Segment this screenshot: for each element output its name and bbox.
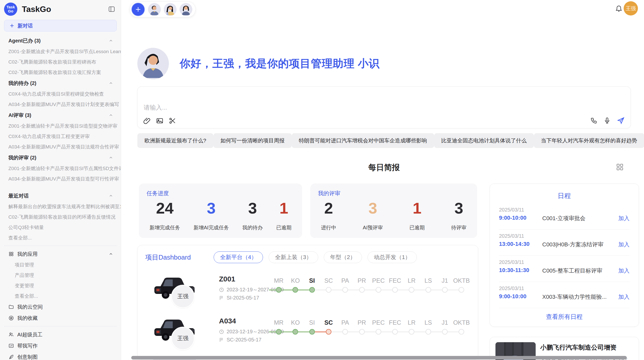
project-row[interactable]: 王强 Z001 2023-12-19～2027-01-19 SI-2025-05… (138, 274, 478, 316)
sidebar-section-header[interactable]: 最近对话 (0, 190, 121, 201)
sidebar-section-header[interactable]: AI评审 (3) (0, 110, 121, 121)
sidebar-item[interactable]: C0X4-动力总成开发项目工程变更评审 (0, 131, 121, 142)
sidebar-item[interactable]: 公司Q3轻卡销量 (0, 222, 121, 233)
conversation-avatar-pill (130, 2, 196, 17)
milestone-node[interactable] (309, 287, 315, 293)
milestone-node[interactable] (376, 329, 381, 335)
milestone-node[interactable] (359, 287, 365, 293)
attachment-icon[interactable] (143, 117, 151, 125)
dashboard-filter-chip[interactable]: 全新上装（3） (269, 251, 318, 263)
milestone-node[interactable] (292, 329, 298, 335)
sidebar-section-header[interactable]: 我的评审 (2) (0, 152, 121, 163)
join-link[interactable]: 加入 (618, 215, 630, 222)
milestone-node[interactable] (442, 287, 448, 293)
sidebar-item[interactable]: C02-飞腾新能源轻客改款项目里程碑画布 (0, 57, 121, 67)
agent-avatar-1[interactable] (148, 3, 161, 16)
user-avatar[interactable]: 王强 (624, 1, 638, 16)
join-link[interactable]: 加入 (618, 293, 630, 301)
sidebar-tool-image[interactable]: 帮我写作 (0, 340, 121, 351)
sidebar-item[interactable]: C0X4-动力总成开发项目SI里程碑提交物检查 (0, 89, 121, 99)
sidebar-item[interactable]: Z001-全新燃油皮卡产品开发项目SI节点Lesson Learn报告 (0, 46, 121, 57)
sidebar-item-my-apps[interactable]: 我的应用 (0, 248, 121, 260)
chat-input[interactable]: 请输入... (137, 86, 631, 128)
suggestion-chip[interactable]: 当下年轻人对汽车外观有怎样的喜好趋势 (534, 133, 644, 148)
milestone-node[interactable] (276, 287, 282, 293)
scissors-icon[interactable] (169, 117, 176, 125)
agent-avatar-3[interactable] (180, 3, 192, 16)
sidebar-item[interactable]: Z001-全新燃油轻卡产品开发项目SI节点属性5D文件评审 (0, 163, 121, 174)
milestone-node[interactable] (309, 329, 315, 335)
sidebar-item[interactable]: Z001-全新燃油轻卡产品开发项目SI造型提交物评审 (0, 121, 121, 131)
milestone-node[interactable] (426, 329, 431, 335)
schedule-item[interactable]: 2025/03/11 9:00-10:00 X003-车辆动力学性能验... 加… (499, 282, 630, 308)
suggestion-chips: 欧洲新规最近颁布了什么?如何写一份清晰的项目周报特朗普可能对进口汽车增税会对中国… (137, 133, 631, 148)
milestone-node[interactable] (359, 329, 365, 335)
milestone-node[interactable] (409, 287, 414, 293)
dashboard-filter-chip[interactable]: 年型（2） (324, 251, 362, 263)
sidebar-app-item[interactable]: 项目管理 (0, 260, 121, 270)
sidebar-item[interactable]: C02-飞腾新能源轻客改款项目的闭环通告反馈情况 (0, 212, 121, 222)
milestone-node[interactable] (376, 287, 381, 293)
milestone-node[interactable] (409, 329, 414, 335)
sidebar-item[interactable]: A034-全新新能源MUV产品开发项目造型可行性评审 (0, 174, 121, 184)
suggestion-chip[interactable]: 特朗普可能对进口汽车增税会对中国车企造成哪些影响 (292, 133, 434, 148)
sidebar-divider-2 (4, 326, 117, 326)
new-chat-button[interactable]: 新对话 (4, 20, 117, 32)
sidebar-tool-people[interactable]: AI超级员工 (0, 329, 121, 340)
schedule-date: 2025/03/11 (499, 207, 524, 213)
horizontal-scrollbar-thumb[interactable] (131, 356, 627, 359)
sidebar-item[interactable]: 解释最新出台的欧盟报废车法规再生塑料比例被调至15%... (0, 201, 121, 212)
join-link[interactable]: 加入 (618, 241, 630, 248)
view-all-schedule-link[interactable]: 查看所有日程 (490, 313, 639, 321)
add-conversation-button[interactable] (131, 3, 145, 16)
sidebar-section: AI评审 (3) Z001-全新燃油轻卡产品开发项目SI造型提交物评审C0X4-… (0, 110, 121, 152)
sidebar-item[interactable]: 查看全部... (0, 233, 121, 243)
sidebar-item[interactable]: C02-飞腾新能源轻客改款项目立项汇报方案 (0, 67, 121, 78)
agent-avatar-2[interactable] (164, 3, 177, 16)
microphone-icon[interactable] (604, 117, 611, 124)
send-icon[interactable] (617, 116, 625, 125)
schedule-item[interactable]: 2025/03/11 9:00-10:00 C001-立项审批会 加入 (499, 203, 630, 230)
suggestion-chip[interactable]: 欧洲新规最近颁布了什么? (137, 133, 213, 148)
join-link[interactable]: 加入 (618, 267, 630, 275)
milestone-node[interactable] (342, 329, 348, 335)
sidebar-item-folder[interactable]: 我的云空间 (0, 301, 121, 312)
sidebar-app-item[interactable]: 查看全部... (0, 291, 121, 301)
sidebar-item[interactable]: A034-全新新能源MUV产品开发项目计划变更表编写 (0, 99, 121, 110)
sidebar-apps-block: 我的应用 项目管理产品管理变更管理查看全部... 我的云空间 我的收藏 (0, 248, 121, 324)
stat-value: 3 (207, 199, 215, 217)
layout-grid-icon[interactable] (616, 163, 624, 171)
milestone-node[interactable] (326, 329, 331, 335)
milestone-node[interactable] (292, 287, 298, 293)
suggestion-chip[interactable]: 比亚迪全固态电池计划具体说了什么 (434, 133, 534, 148)
milestone-node[interactable] (442, 329, 448, 335)
schedule-item[interactable]: 2025/03/11 10:30-11:30 C005-整车工程目标评审 加入 (499, 256, 630, 282)
stat: 2 进行中 (321, 199, 336, 231)
milestone-node[interactable] (326, 287, 331, 293)
milestone-node[interactable] (392, 329, 398, 335)
project-row[interactable]: 王强 A034 2023-12-19～2026-01-19 SC-2025-05… (138, 316, 478, 357)
milestone-node[interactable] (426, 287, 431, 293)
dashboard-filter-chip[interactable]: 全新平台（4） (214, 251, 263, 263)
image-upload-icon[interactable] (156, 117, 164, 125)
sidebar-item[interactable]: A034-全新新能源MUV产品开发项目法规符合性评审 (0, 142, 121, 152)
dashboard-filter-chip[interactable]: 动总开发（1） (368, 251, 417, 263)
people-icon (8, 332, 14, 337)
voice-call-icon[interactable] (590, 117, 597, 124)
notification-bell-icon[interactable] (615, 4, 623, 12)
suggestion-chip[interactable]: 如何写一份清晰的项目周报 (213, 133, 292, 148)
sidebar-app-item[interactable]: 产品管理 (0, 270, 121, 280)
sidebar-tool-quill[interactable]: 创意制图 (0, 351, 121, 360)
sidebar-app-item[interactable]: 变更管理 (0, 280, 121, 291)
sidebar-item-star[interactable]: 我的收藏 (0, 312, 121, 324)
milestone-node[interactable] (459, 329, 464, 335)
schedule-item[interactable]: 2025/03/11 13:00-14:30 C003|H0B-方案冻结评审 加… (499, 230, 630, 256)
milestone-node[interactable] (459, 287, 464, 293)
sidebar-collapse-icon[interactable] (108, 6, 115, 13)
milestone-node[interactable] (276, 329, 282, 335)
milestone-node[interactable] (392, 287, 398, 293)
milestone-label: SI (309, 277, 315, 284)
milestone-node[interactable] (342, 287, 348, 293)
sidebar-section-header[interactable]: Agent已办 (3) (0, 35, 121, 46)
sidebar-section-header[interactable]: 我的待办 (2) (0, 78, 121, 89)
